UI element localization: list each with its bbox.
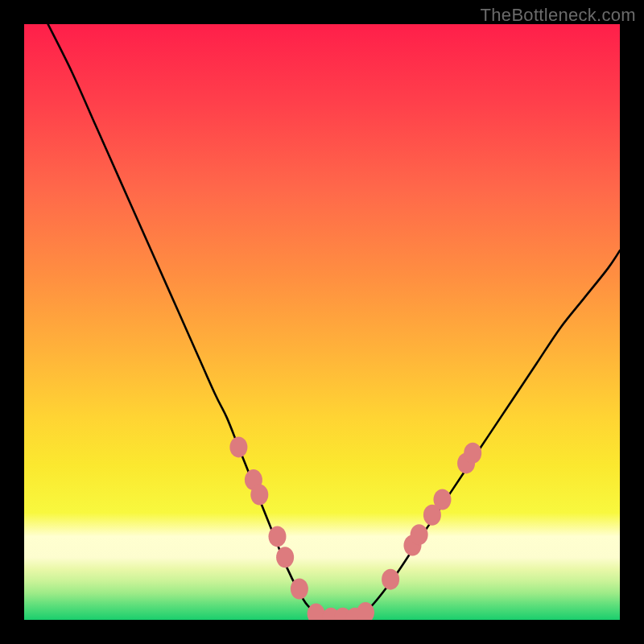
data-marker — [269, 526, 287, 547]
data-marker — [276, 547, 294, 568]
curve-markers — [229, 436, 481, 620]
chart-stage: TheBottleneck.com — [0, 0, 644, 644]
data-marker — [382, 569, 399, 590]
data-marker — [433, 489, 451, 510]
watermark-text: TheBottleneck.com — [481, 5, 636, 26]
data-marker — [229, 436, 247, 457]
bottleneck-curve — [48, 24, 620, 620]
plot-area — [24, 24, 620, 620]
data-marker — [411, 524, 428, 545]
data-marker — [464, 443, 481, 464]
data-marker — [250, 485, 268, 506]
data-marker — [291, 579, 308, 600]
curve-layer — [24, 24, 620, 620]
